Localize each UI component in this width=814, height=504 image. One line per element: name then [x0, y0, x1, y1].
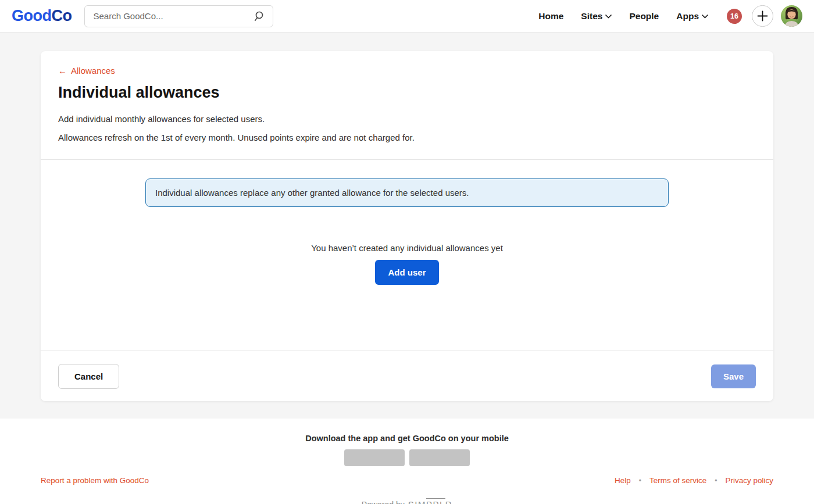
back-link-label: Allowances — [71, 65, 115, 77]
dot-separator: • — [639, 477, 641, 485]
terms-of-service-link[interactable]: Terms of service — [649, 476, 706, 485]
simpplr-logo: SIMPPLR — [408, 499, 452, 504]
card-header-section: ← Allowances Individual allowances Add i… — [41, 51, 773, 159]
nav-item-apps[interactable]: Apps — [676, 11, 708, 22]
card-actions-bar: Cancel Save — [41, 351, 773, 401]
create-new-button[interactable] — [752, 5, 773, 27]
nav-apps-label: Apps — [676, 11, 699, 22]
description-line-1: Add individual monthly allowances for se… — [58, 113, 756, 124]
app-store-badge[interactable] — [344, 449, 405, 466]
add-user-button[interactable]: Add user — [375, 260, 438, 285]
simpplr-logo-sim: SIM — [408, 499, 426, 504]
back-arrow-icon: ← — [58, 65, 67, 77]
individual-allowances-card: ← Allowances Individual allowances Add i… — [41, 51, 773, 401]
powered-by-text: Powered by — [362, 500, 405, 504]
simpplr-logo-ppl: PPL — [426, 498, 445, 504]
nav-people-label: People — [629, 11, 659, 22]
back-to-allowances-link[interactable]: ← Allowances — [58, 65, 115, 77]
privacy-policy-link[interactable]: Privacy policy — [725, 476, 773, 485]
help-link[interactable]: Help — [615, 476, 631, 485]
section-divider — [41, 159, 773, 160]
dot-separator: • — [715, 477, 717, 485]
download-app-text: Download the app and get GoodCo on your … — [0, 434, 814, 443]
avatar-photo-icon — [781, 5, 802, 27]
logo-text-co: Co — [51, 7, 72, 24]
page-title: Individual allowances — [58, 83, 756, 102]
search-input[interactable] — [93, 11, 254, 21]
primary-nav: Home Sites People Apps — [538, 11, 708, 22]
notifications-badge[interactable]: 16 — [727, 9, 742, 24]
nav-sites-label: Sites — [581, 11, 602, 22]
empty-state-message: You haven’t created any individual allow… — [41, 242, 773, 253]
chevron-down-icon — [605, 15, 612, 19]
simpplr-logo-r: R — [445, 499, 452, 504]
cancel-button[interactable]: Cancel — [58, 364, 119, 389]
google-play-badge[interactable] — [409, 449, 470, 466]
report-problem-link[interactable]: Report a problem with GoodCo — [41, 476, 149, 485]
nav-item-people[interactable]: People — [629, 11, 659, 22]
description-line-2: Allowances refresh on the 1st of every m… — [58, 132, 756, 143]
info-banner: Individual allowances replace any other … — [145, 178, 669, 207]
card-body-section: Individual allowances replace any other … — [41, 178, 773, 351]
logo-text-good: Good — [12, 7, 51, 24]
save-button[interactable]: Save — [711, 364, 756, 388]
nav-item-sites[interactable]: Sites — [581, 11, 612, 22]
plus-icon — [757, 10, 768, 22]
global-search[interactable] — [84, 5, 273, 27]
top-navigation-bar: GoodCo Home Sites People Apps 16 — [0, 0, 814, 33]
nav-item-home[interactable]: Home — [538, 11, 563, 22]
nav-home-label: Home — [538, 11, 563, 22]
search-icon[interactable] — [254, 10, 266, 22]
goodco-logo[interactable]: GoodCo — [12, 7, 72, 25]
chevron-down-icon — [702, 15, 708, 19]
page-footer: Download the app and get GoodCo on your … — [0, 419, 814, 504]
powered-by-line: Powered bySIMPPLR — [0, 499, 814, 504]
user-avatar[interactable] — [781, 5, 802, 27]
notification-count: 16 — [730, 12, 738, 20]
